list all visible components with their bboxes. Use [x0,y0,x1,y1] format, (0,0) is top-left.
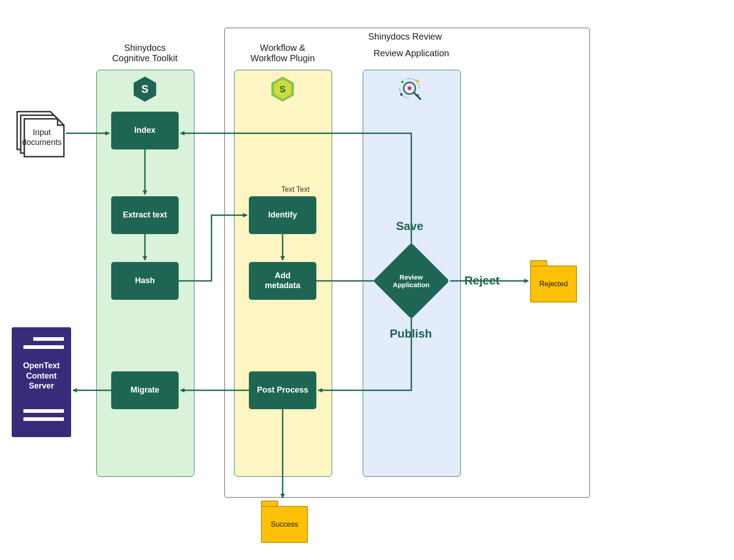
hexagon-s-green-icon: S [269,76,296,103]
header-shinydocs-review: Shinydocs Review [315,32,495,42]
header-workflow-plugin: Workflow & Workflow Plugin [234,43,331,63]
review-application-label: Review Application [393,273,430,289]
node-hash: Hash [111,262,179,300]
action-save: Save [396,219,423,233]
svg-line-11 [414,93,420,99]
svg-point-6 [401,81,404,83]
action-reject: Reject [464,274,500,288]
success-folder: Success [261,506,308,543]
search-review-icon [396,76,427,103]
svg-text:S: S [141,83,149,95]
node-add-metadata: Add metadata [249,262,316,300]
node-migrate: Migrate [111,371,179,409]
rejected-folder-label: Rejected [531,280,576,288]
svg-text:S: S [279,84,285,94]
opentext-server-label: OpenText Content Server [12,361,71,391]
diagram-canvas: Shinydocs Cognitive Toolkit Workflow & W… [0,0,734,560]
action-publish: Publish [390,327,432,341]
header-review-application: Review Application [363,48,460,59]
node-index: Index [111,112,179,149]
node-identify: Identify [249,196,316,234]
header-cognitive-toolkit: Shinydocs Cognitive Toolkit [96,43,194,63]
opentext-server: OpenText Content Server [12,327,71,437]
input-documents-label: Input documents [22,128,62,147]
success-folder-label: Success [262,520,307,528]
svg-point-5 [408,86,411,90]
svg-point-8 [400,93,403,96]
rejected-folder: Rejected [530,266,577,303]
node-post-process: Post Process [249,371,316,409]
text-text-label: Text Text [281,185,310,194]
node-extract-text: Extract text [111,196,179,234]
hexagon-s-icon: S [131,76,158,103]
